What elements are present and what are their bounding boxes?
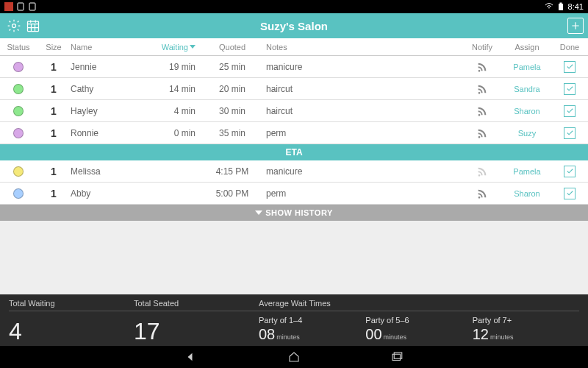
- stats-footer: Total Waiting Total Seated Average Wait …: [0, 294, 588, 346]
- col-size[interactable]: Size: [37, 43, 71, 52]
- svg-rect-6: [28, 21, 39, 31]
- done-checkbox[interactable]: [564, 127, 576, 139]
- avg-wait-group: Party of 7+12minutes: [473, 316, 579, 343]
- done-checkbox[interactable]: [564, 83, 576, 95]
- page-title: Suzy's Salon: [0, 20, 588, 32]
- col-assign[interactable]: Assign: [503, 43, 551, 52]
- table-row[interactable]: 1Hayley4 min30 minhaircutSharon: [0, 100, 588, 122]
- sort-indicator-icon: [190, 45, 196, 49]
- guest-name: Abby: [71, 188, 144, 199]
- notes-text: perm: [262, 188, 462, 199]
- done-checkbox[interactable]: [564, 166, 576, 177]
- status-dot: [13, 84, 24, 94]
- quoted-time: 25 min: [203, 62, 262, 72]
- col-notify[interactable]: Notify: [462, 43, 503, 52]
- notify-icon[interactable]: [462, 105, 503, 117]
- quoted-time: 4:15 PM: [203, 166, 262, 177]
- avg-party-label: Party of 7+: [473, 316, 579, 325]
- calendar-icon[interactable]: [24, 16, 43, 35]
- done-checkbox[interactable]: [564, 61, 576, 73]
- avg-value: 08: [259, 326, 275, 342]
- guest-name: Melissa: [71, 166, 144, 177]
- assign-link[interactable]: Sharon: [503, 107, 551, 116]
- add-button[interactable]: [567, 18, 584, 34]
- app-header: Suzy's Salon: [0, 13, 588, 38]
- col-name[interactable]: Name: [71, 43, 144, 52]
- chevron-down-icon: [255, 210, 262, 215]
- col-notes[interactable]: Notes: [262, 43, 462, 52]
- table-row[interactable]: 1Jennie19 min25 minmanicurePamela: [0, 56, 588, 78]
- eta-section-header: ETA: [0, 144, 588, 160]
- quoted-time: 30 min: [203, 106, 262, 116]
- guest-name: Ronnie: [71, 128, 144, 138]
- waiting-time: 4 min: [144, 106, 203, 116]
- app-icon: [4, 2, 13, 11]
- svg-rect-8: [394, 353, 402, 358]
- status-dot: [13, 188, 24, 199]
- col-status[interactable]: Status: [0, 43, 37, 52]
- party-size: 1: [37, 105, 71, 117]
- battery-icon: [556, 2, 565, 11]
- status-dot: [13, 62, 24, 72]
- table-row[interactable]: 1Cathy14 min20 minhaircutSandra: [0, 78, 588, 100]
- svg-rect-0: [4, 2, 13, 11]
- wifi-icon: [545, 2, 553, 11]
- svg-point-5: [12, 24, 16, 28]
- notify-icon[interactable]: [462, 61, 503, 73]
- notify-icon[interactable]: [462, 188, 503, 199]
- avg-wait-group: Party of 1–408minutes: [259, 316, 365, 343]
- table-row[interactable]: 1Abby5:00 PMpermSharon: [0, 183, 588, 205]
- guest-name: Cathy: [71, 84, 144, 94]
- svg-rect-3: [559, 4, 563, 10]
- done-checkbox[interactable]: [564, 105, 576, 117]
- back-icon[interactable]: [184, 350, 198, 364]
- android-statusbar: 8:41: [0, 0, 588, 13]
- assign-link[interactable]: Pamela: [503, 63, 551, 71]
- notes-text: manicure: [262, 166, 462, 177]
- status-dot: [13, 128, 24, 138]
- notes-text: manicure: [262, 62, 462, 72]
- svg-rect-1: [18, 3, 24, 10]
- party-size: 1: [37, 83, 71, 95]
- total-waiting-label: Total Waiting: [9, 299, 134, 308]
- avg-unit: minutes: [384, 333, 407, 341]
- show-history-button[interactable]: SHOW HISTORY: [0, 205, 588, 221]
- quoted-time: 20 min: [203, 84, 262, 94]
- assign-link[interactable]: Suzy: [503, 129, 551, 138]
- home-icon[interactable]: [287, 350, 301, 364]
- assign-link[interactable]: Sandra: [503, 85, 551, 93]
- col-waiting[interactable]: Waiting: [144, 43, 203, 52]
- assign-link[interactable]: Pamela: [503, 167, 551, 176]
- party-size: 1: [37, 127, 71, 139]
- col-done[interactable]: Done: [551, 43, 588, 52]
- notify-icon[interactable]: [462, 127, 503, 139]
- svg-rect-2: [29, 3, 35, 10]
- table-row[interactable]: 1Melissa4:15 PMmanicurePamela: [0, 160, 588, 183]
- status-dot: [13, 106, 24, 116]
- notify-icon[interactable]: [462, 83, 503, 95]
- waiting-time: 19 min: [144, 62, 203, 72]
- avg-unit: minutes: [490, 333, 514, 341]
- party-size: 1: [37, 166, 71, 177]
- avg-party-label: Party of 5–6: [365, 316, 472, 325]
- guest-name: Hayley: [71, 106, 144, 116]
- recents-icon[interactable]: [390, 350, 404, 364]
- assign-link[interactable]: Sharon: [503, 189, 551, 198]
- notify-icon[interactable]: [462, 166, 503, 177]
- notes-text: perm: [262, 128, 462, 138]
- android-navbar: [0, 346, 588, 368]
- status-dot: [13, 166, 24, 177]
- quoted-time: 5:00 PM: [203, 188, 262, 199]
- table-row[interactable]: 1Ronnie0 min35 minpermSuzy: [0, 122, 588, 144]
- col-quoted[interactable]: Quoted: [203, 43, 262, 52]
- notification-icon: [16, 2, 25, 11]
- empty-area: [0, 221, 588, 294]
- avg-party-label: Party of 1–4: [259, 316, 365, 325]
- done-checkbox[interactable]: [564, 188, 576, 199]
- avg-unit: minutes: [276, 333, 300, 341]
- notes-text: haircut: [262, 84, 462, 94]
- party-size: 1: [37, 61, 71, 73]
- avg-wait-label: Average Wait Times: [259, 299, 331, 308]
- settings-icon[interactable]: [4, 16, 24, 35]
- guest-name: Jennie: [71, 62, 144, 72]
